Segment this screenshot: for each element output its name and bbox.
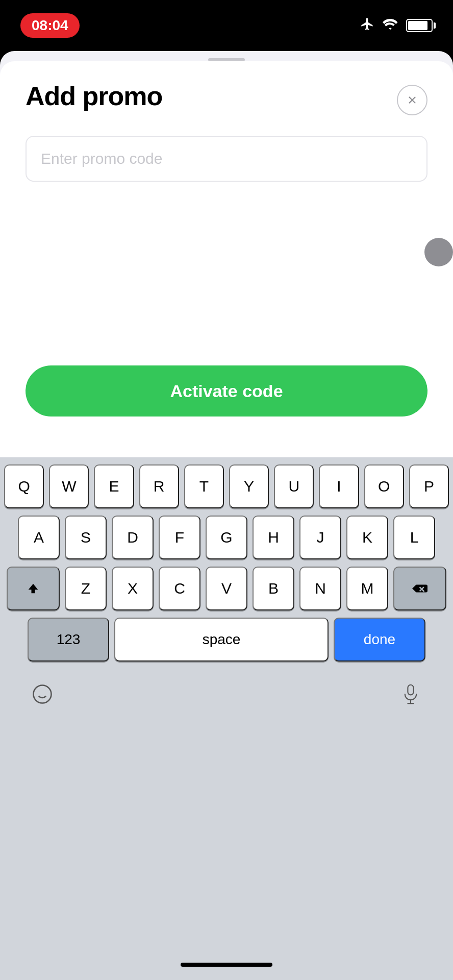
key-e[interactable]: E (94, 464, 134, 508)
key-j[interactable]: J (299, 516, 341, 559)
key-m[interactable]: M (346, 567, 388, 610)
key-p[interactable]: P (409, 464, 449, 508)
promo-input-wrapper (26, 136, 427, 182)
key-k[interactable]: K (346, 516, 388, 559)
keyboard-bottom-row (4, 669, 449, 720)
key-o[interactable]: O (364, 464, 404, 508)
key-i[interactable]: I (319, 464, 359, 508)
keyboard-row-2: A S D F G H J K L (4, 516, 449, 559)
space-key[interactable]: space (114, 618, 329, 662)
promo-code-input[interactable] (26, 136, 427, 182)
done-key[interactable]: done (334, 618, 425, 662)
key-v[interactable]: V (206, 567, 247, 610)
svg-point-2 (34, 685, 52, 703)
key-h[interactable]: H (253, 516, 294, 559)
key-s[interactable]: S (65, 516, 107, 559)
backspace-key[interactable] (393, 567, 446, 610)
status-icons (360, 17, 433, 35)
airplane-icon (360, 17, 374, 35)
key-f[interactable]: F (159, 516, 200, 559)
key-d[interactable]: D (112, 516, 154, 559)
svg-rect-5 (408, 685, 413, 695)
numbers-key[interactable]: 123 (28, 618, 109, 662)
key-t[interactable]: T (184, 464, 224, 508)
key-a[interactable]: A (18, 516, 60, 559)
modal-header: Add promo (26, 82, 427, 115)
emoji-key[interactable] (24, 676, 60, 712)
key-w[interactable]: W (49, 464, 89, 508)
key-g[interactable]: G (206, 516, 247, 559)
microphone-key[interactable] (393, 676, 429, 712)
close-button[interactable] (397, 85, 427, 115)
home-bar (181, 963, 272, 967)
status-bar: 08:04 (0, 0, 453, 51)
keyboard-row-3: Z X C V B N M (4, 567, 449, 610)
modal-header-section: Add promo (0, 61, 453, 223)
home-indicator (0, 949, 453, 980)
key-u[interactable]: U (274, 464, 314, 508)
shift-key[interactable] (7, 567, 60, 610)
key-c[interactable]: C (159, 567, 200, 610)
key-z[interactable]: Z (65, 567, 107, 610)
activate-code-button[interactable]: Activate code (26, 365, 427, 416)
keyboard-row-4: 123 space done (4, 618, 449, 662)
key-q[interactable]: Q (4, 464, 44, 508)
key-n[interactable]: N (299, 567, 341, 610)
key-x[interactable]: X (112, 567, 154, 610)
wifi-icon (383, 18, 398, 34)
keyboard: Q W E R T Y U I O P A S D F G H J K L (0, 457, 453, 949)
key-l[interactable]: L (393, 516, 435, 559)
battery-icon (406, 19, 433, 32)
modal-title: Add promo (26, 82, 162, 111)
key-b[interactable]: B (253, 567, 294, 610)
indicator-dot (424, 238, 453, 266)
key-r[interactable]: R (139, 464, 179, 508)
bottom-sheet: Add promo Activate code Q W E R T (0, 51, 453, 980)
key-y[interactable]: Y (229, 464, 269, 508)
status-time: 08:04 (20, 13, 80, 38)
keyboard-row-1: Q W E R T Y U I O P (4, 464, 449, 508)
